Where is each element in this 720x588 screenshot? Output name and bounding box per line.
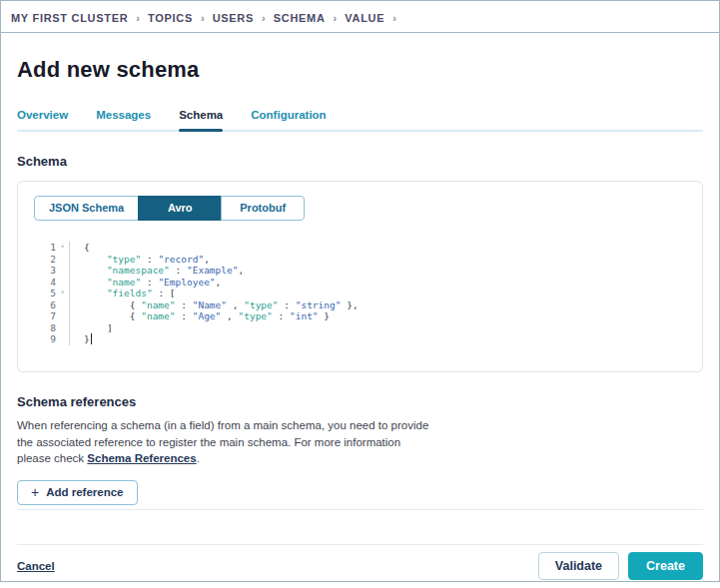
schema-code-editor[interactable]: 1▾{2 "type" : "record",3 "namespace" : "… [34, 242, 686, 345]
code-token: { [84, 242, 90, 253]
code-token: "Age" [193, 310, 222, 321]
chevron-right-icon: › [136, 12, 140, 24]
code-token: ] [84, 322, 113, 333]
code-token: "Example" [187, 265, 238, 276]
section-divider [17, 509, 703, 510]
breadcrumb-item[interactable]: VALUE [345, 12, 384, 24]
schema-type-protobuf[interactable]: Protobuf [221, 196, 305, 221]
chevron-right-icon: › [392, 12, 396, 24]
footer-actions: Validate Create [538, 552, 703, 580]
code-token: "int" [290, 310, 319, 321]
schema-editor-panel: JSON SchemaAvroProtobuf 1▾{2 "type" : "r… [17, 181, 703, 372]
code-token: "name" [141, 310, 175, 321]
code-token: : [ [153, 288, 176, 298]
code-line: 8 ] [34, 322, 686, 334]
fold-spacer [56, 322, 69, 334]
code-token: } [319, 310, 330, 321]
code-line: 5▾ "fields" : [ [34, 288, 686, 299]
code-token: : [273, 310, 290, 321]
code-text: { [69, 242, 686, 254]
code-token: "name" [141, 299, 175, 310]
code-line: 4 "name" : "Employee", [34, 277, 686, 289]
add-reference-button[interactable]: + Add reference [17, 480, 138, 505]
fold-spacer [56, 277, 69, 289]
add-reference-label: Add reference [46, 486, 123, 498]
code-text: "fields" : [ [69, 288, 686, 299]
line-number: 4 [34, 277, 56, 289]
code-token: , [238, 265, 244, 276]
line-number: 2 [34, 254, 56, 266]
text-cursor [91, 333, 92, 344]
footer: Cancel Validate Create [17, 545, 703, 583]
schema-references-heading: Schema references [17, 394, 703, 409]
code-text: } [69, 333, 686, 345]
code-text: ] [69, 322, 686, 334]
code-token: } [84, 333, 90, 344]
code-token [84, 277, 107, 288]
breadcrumb-item[interactable]: TOPICS [148, 12, 193, 24]
breadcrumb-item[interactable]: SCHEMA [274, 12, 326, 24]
description-line: please check Schema References. [17, 450, 703, 467]
code-line: 2 "type" : "record", [34, 254, 686, 266]
code-token: "Name" [193, 299, 227, 310]
fold-arrow-icon[interactable]: ▾ [56, 288, 69, 299]
line-number: 6 [34, 299, 56, 311]
code-token: : [141, 254, 158, 265]
code-line: 1▾{ [34, 242, 686, 254]
code-token: }, [341, 299, 358, 310]
code-line: 7 { "name" : "Age" , "type" : "int" } [34, 310, 686, 322]
line-number: 3 [34, 265, 56, 277]
fold-spacer [56, 254, 69, 266]
code-token: : [176, 299, 193, 310]
code-token: { [84, 299, 141, 310]
breadcrumb-item[interactable]: USERS [213, 12, 254, 24]
fold-spacer [56, 265, 69, 277]
description-line: When referencing a schema (in a field) f… [17, 417, 703, 434]
validate-button[interactable]: Validate [538, 552, 619, 580]
fold-spacer [56, 333, 69, 345]
description-line: the associated reference to register the… [17, 434, 703, 451]
code-token: : [176, 310, 193, 321]
fold-spacer [56, 310, 69, 322]
tab-messages[interactable]: Messages [96, 109, 151, 130]
code-token: { [84, 310, 141, 321]
schema-type-avro[interactable]: Avro [138, 196, 222, 221]
add-schema-window: MY FIRST CLUSTER›TOPICS›USERS›SCHEMA›VAL… [0, 0, 720, 582]
code-token: , [221, 310, 238, 321]
code-text: "namespace" : "Example", [69, 265, 686, 277]
code-token [84, 254, 107, 265]
schema-references-description: When referencing a schema (in a field) f… [17, 417, 703, 467]
code-token: "namespace" [107, 265, 170, 276]
tab-schema[interactable]: Schema [179, 109, 223, 130]
code-token: "record" [158, 254, 204, 265]
cancel-link[interactable]: Cancel [17, 560, 55, 572]
tab-bar: OverviewMessagesSchemaConfiguration [17, 109, 703, 132]
code-token [84, 265, 107, 276]
page-content: Add new schema OverviewMessagesSchemaCon… [1, 57, 719, 582]
code-token: , [216, 277, 222, 288]
line-number: 5 [34, 288, 56, 299]
schema-references-link[interactable]: Schema References [87, 452, 196, 464]
plus-icon: + [31, 485, 39, 499]
schema-type-json-schema[interactable]: JSON Schema [34, 196, 139, 221]
schema-section-heading: Schema [17, 154, 703, 169]
fold-spacer [56, 299, 69, 311]
code-token [84, 288, 107, 298]
code-token: : [170, 265, 187, 276]
create-button[interactable]: Create [628, 552, 703, 580]
code-text: "name" : "Employee", [69, 277, 686, 289]
description-text: . [197, 452, 200, 464]
code-token: "type" [107, 254, 141, 265]
fold-arrow-icon[interactable]: ▾ [56, 242, 69, 254]
tab-overview[interactable]: Overview [17, 109, 68, 130]
chevron-right-icon: › [334, 12, 338, 24]
breadcrumb: MY FIRST CLUSTER›TOPICS›USERS›SCHEMA›VAL… [1, 1, 719, 33]
tab-configuration[interactable]: Configuration [251, 109, 326, 130]
code-line: 3 "namespace" : "Example", [34, 265, 686, 277]
breadcrumb-item[interactable]: MY FIRST CLUSTER [11, 12, 128, 24]
code-token: , [227, 299, 244, 310]
code-token: "type" [238, 310, 272, 321]
code-line: 6 { "name" : "Name" , "type" : "string" … [34, 299, 686, 311]
code-token: "fields" [107, 288, 153, 298]
code-line: 9} [34, 333, 686, 345]
